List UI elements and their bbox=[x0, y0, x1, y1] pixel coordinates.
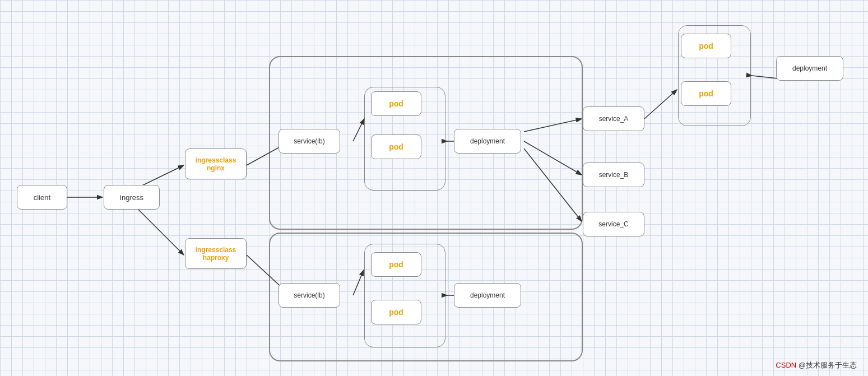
ingressclass-nginx-label: ingressclassnginx bbox=[196, 156, 236, 172]
client-node: client bbox=[17, 185, 67, 210]
pod-right1-label: pod bbox=[699, 41, 713, 50]
service-c-node: service_C bbox=[583, 212, 644, 236]
diagram: client ingress ingressclassnginx ingress… bbox=[0, 0, 868, 376]
watermark: CSDN @技术服务于生态 bbox=[776, 360, 857, 370]
pod-right2-label: pod bbox=[699, 89, 713, 98]
service-c-label: service_C bbox=[598, 220, 628, 228]
service-a-node: service_A bbox=[583, 106, 644, 131]
svg-line-4 bbox=[132, 203, 184, 255]
pod-bot1-node: pod bbox=[371, 252, 421, 277]
pod-top2-label: pod bbox=[389, 142, 403, 151]
ingressclass-nginx-node: ingressclassnginx bbox=[185, 148, 247, 179]
deployment-bot-label: deployment bbox=[470, 291, 505, 299]
watermark-text: @技术服务于生态 bbox=[799, 361, 857, 369]
deployment-bot-node: deployment bbox=[454, 283, 521, 308]
ingressclass-haproxy-node: ingressclasshaproxy bbox=[185, 238, 247, 269]
pod-right1-node: pod bbox=[681, 34, 731, 58]
service-a-label: service_A bbox=[599, 115, 629, 123]
pod-top2-node: pod bbox=[371, 134, 421, 159]
pod-top1-label: pod bbox=[389, 99, 403, 108]
watermark-csdn: CSDN bbox=[776, 361, 798, 369]
service-lb-bot-label: service(lb) bbox=[294, 291, 324, 299]
deployment-right-label: deployment bbox=[792, 64, 827, 72]
pod-top1-node: pod bbox=[371, 91, 421, 116]
service-lb-top-node: service(lb) bbox=[278, 129, 340, 154]
ingressclass-haproxy-label: ingressclasshaproxy bbox=[196, 246, 236, 262]
deployment-top-node: deployment bbox=[454, 129, 521, 154]
client-label: client bbox=[34, 193, 50, 202]
pod-bot1-label: pod bbox=[389, 260, 403, 269]
service-lb-bot-node: service(lb) bbox=[278, 283, 340, 308]
svg-line-7 bbox=[353, 119, 364, 141]
svg-line-9 bbox=[524, 119, 582, 132]
service-b-node: service_B bbox=[583, 163, 644, 187]
svg-line-10 bbox=[524, 141, 582, 175]
pod-bot2-label: pod bbox=[389, 308, 403, 317]
service-b-label: service_B bbox=[599, 171, 629, 179]
deployment-right-node: deployment bbox=[776, 56, 843, 81]
pod-right2-node: pod bbox=[681, 81, 731, 106]
ingress-node: ingress bbox=[104, 185, 160, 210]
pod-bot2-node: pod bbox=[371, 300, 421, 324]
service-lb-top-label: service(lb) bbox=[294, 137, 324, 145]
ingress-label: ingress bbox=[120, 193, 143, 202]
svg-line-12 bbox=[644, 90, 677, 119]
svg-line-11 bbox=[524, 148, 582, 221]
svg-line-13 bbox=[752, 76, 778, 78]
deployment-top-label: deployment bbox=[470, 137, 505, 145]
svg-line-14 bbox=[353, 270, 364, 295]
